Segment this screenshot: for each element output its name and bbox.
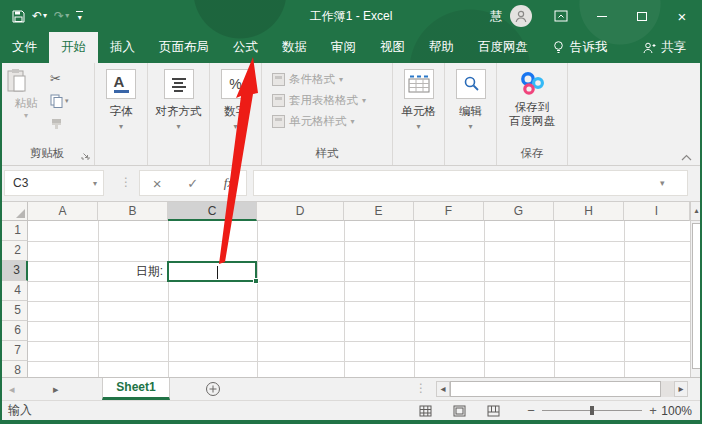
lightbulb-icon: [552, 40, 565, 55]
format-as-table-button[interactable]: 套用表格格式 ▾: [272, 90, 392, 111]
tab-baidu-netdisk[interactable]: 百度网盘: [466, 32, 540, 63]
sheet-nav-left-icon[interactable]: ◂: [9, 378, 15, 400]
text-cursor: [217, 266, 218, 279]
sheet-tab-sheet1[interactable]: Sheet1: [102, 378, 170, 400]
page-layout-view-button[interactable]: [442, 401, 476, 420]
column-header-b[interactable]: B: [98, 202, 168, 221]
select-all-button[interactable]: [0, 202, 28, 221]
horizontal-scrollbar-thumb[interactable]: [450, 381, 661, 397]
percent-icon: %: [221, 69, 251, 99]
tab-help[interactable]: 帮助: [417, 32, 466, 63]
expand-formula-bar-icon[interactable]: ▾: [660, 178, 665, 188]
styles-group: 条件格式 ▾ 套用表格格式 ▾ 单元格样式 ▾ 样式: [262, 63, 393, 165]
tab-insert[interactable]: 插入: [98, 32, 147, 63]
font-menu-button[interactable]: A 字体 ▾: [95, 63, 147, 165]
tab-data[interactable]: 数据: [270, 32, 319, 63]
column-header-i[interactable]: I: [624, 202, 690, 221]
horizontal-scrollbar-track[interactable]: [661, 381, 674, 397]
row-header-4[interactable]: 4: [0, 281, 28, 301]
formula-bar: C3 ▾ ⋮ × ✓ fx ▾: [0, 166, 702, 202]
tab-tell-me[interactable]: 告诉我: [540, 32, 620, 63]
column-header-f[interactable]: F: [414, 202, 484, 221]
chevron-down-icon: ▾: [416, 122, 420, 131]
conditional-formatting-icon: [272, 73, 285, 86]
zoom-level[interactable]: 100%: [660, 404, 702, 418]
share-button[interactable]: 共享: [630, 32, 698, 63]
tab-review[interactable]: 审阅: [319, 32, 368, 63]
cells-menu-button[interactable]: 单元格 ▾: [393, 63, 444, 165]
copy-button[interactable]: ▾: [50, 93, 69, 109]
sheetbar-separator: ⋮: [415, 381, 427, 395]
row-header-6[interactable]: 6: [0, 321, 28, 341]
scroll-left-icon[interactable]: ◂: [436, 381, 450, 397]
row-header-1[interactable]: 1: [0, 221, 28, 241]
ribbon: 粘贴 ▾ ✂ ▾ 剪贴板 A 字体 ▾ 对齐: [0, 63, 702, 166]
insert-function-button[interactable]: fx: [224, 175, 233, 191]
tab-home[interactable]: 开始: [49, 32, 98, 63]
cancel-button[interactable]: ×: [153, 175, 162, 192]
column-header-h[interactable]: H: [554, 202, 624, 221]
clipboard-dialog-launcher[interactable]: [81, 151, 90, 160]
chevron-down-icon: ▾: [351, 117, 355, 126]
column-header-d[interactable]: D: [257, 202, 344, 221]
formula-bar-separator: ⋮: [120, 175, 132, 189]
name-box[interactable]: C3 ▾: [4, 170, 104, 196]
normal-view-button[interactable]: [408, 401, 442, 420]
window-border-bottom: [0, 420, 702, 424]
column-header-c[interactable]: C: [168, 202, 257, 221]
name-box-dropdown-icon[interactable]: ▾: [93, 179, 103, 188]
tab-view[interactable]: 视图: [368, 32, 417, 63]
save-to-baidu-group: 保存到 百度网盘 保存: [497, 63, 568, 165]
paste-button[interactable]: 粘贴 ▾: [6, 68, 46, 120]
magnifier-icon: [456, 69, 486, 99]
row-header-5[interactable]: 5: [0, 301, 28, 321]
enter-button[interactable]: ✓: [187, 176, 198, 191]
clipboard-group: 粘贴 ▾ ✂ ▾ 剪贴板: [0, 63, 95, 165]
row-header-column: 1 2 3 4 5 6 7 8: [0, 221, 28, 377]
chevron-down-icon: ▾: [339, 75, 343, 84]
number-group: % 数字 ▾: [210, 63, 262, 165]
tab-file[interactable]: 文件: [0, 32, 49, 63]
column-header-e[interactable]: E: [344, 202, 414, 221]
cell-b3[interactable]: 日期:: [98, 261, 168, 281]
column-header-row: A B C D E F G H I: [0, 202, 690, 221]
alignment-group: 对齐方式 ▾: [148, 63, 210, 165]
window-border-left: [0, 0, 2, 424]
column-header-a[interactable]: A: [28, 202, 98, 221]
row-header-8[interactable]: 8: [0, 361, 28, 377]
editing-menu-button[interactable]: 编辑 ▾: [445, 63, 496, 165]
sheet-nav-right-icon[interactable]: ▸: [53, 378, 59, 400]
cell-styles-button[interactable]: 单元格样式 ▾: [272, 111, 392, 132]
new-sheet-button[interactable]: [205, 381, 221, 397]
row-header-2[interactable]: 2: [0, 241, 28, 261]
clipboard-icon: [6, 68, 28, 94]
cells-group: 单元格 ▾: [393, 63, 445, 165]
row-header-3[interactable]: 3: [0, 261, 28, 281]
collapse-ribbon-button[interactable]: [681, 154, 692, 161]
format-painter-button[interactable]: [50, 116, 69, 132]
zoom-slider-thumb[interactable]: [590, 406, 594, 415]
tab-page-layout[interactable]: 页面布局: [147, 32, 221, 63]
alignment-menu-button[interactable]: 对齐方式 ▾: [148, 63, 209, 165]
worksheet-grid[interactable]: A B C D E F G H I 1 2 3 4 5 6 7 8 日期: ▴: [0, 202, 702, 377]
cell-mode-indicator: 输入: [0, 402, 32, 419]
row-header-7[interactable]: 7: [0, 341, 28, 361]
baidu-netdisk-icon: [517, 71, 547, 96]
ribbon-tab-bar: 文件 开始 插入 页面布局 公式 数据 审阅 视图 帮助 百度网盘 告诉我 共享: [0, 32, 702, 63]
tab-formulas[interactable]: 公式: [221, 32, 270, 63]
chevron-down-icon: ▾: [362, 96, 366, 105]
zoom-out-button[interactable]: −: [524, 403, 538, 418]
conditional-formatting-button[interactable]: 条件格式 ▾: [272, 69, 392, 90]
column-header-g[interactable]: G: [484, 202, 554, 221]
chevron-down-icon: ▾: [119, 122, 123, 131]
active-cell-c3[interactable]: [167, 261, 257, 282]
zoom-in-button[interactable]: +: [646, 403, 660, 418]
font-group: A 字体 ▾: [95, 63, 148, 165]
scroll-right-icon[interactable]: ▸: [674, 381, 688, 397]
fill-handle[interactable]: [253, 278, 259, 284]
page-break-preview-button[interactable]: [476, 401, 510, 420]
number-menu-button[interactable]: % 数字 ▾: [210, 63, 261, 165]
zoom-slider[interactable]: [542, 410, 642, 411]
formula-input[interactable]: [253, 170, 688, 196]
cut-button[interactable]: ✂: [50, 70, 69, 86]
